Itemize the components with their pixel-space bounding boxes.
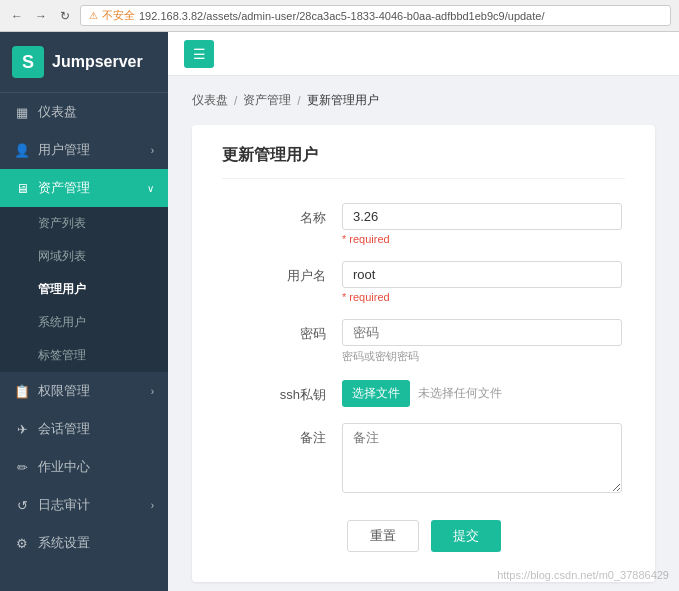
username-input[interactable] bbox=[342, 261, 622, 288]
reset-button[interactable]: 重置 bbox=[347, 520, 419, 552]
sidebar-item-label-management[interactable]: 标签管理 bbox=[0, 339, 168, 372]
url-text: 192.168.3.82/assets/admin-user/28ca3ac5-… bbox=[139, 10, 544, 22]
breadcrumb-asset-management[interactable]: 资产管理 bbox=[243, 92, 291, 109]
sidebar-item-label: 系统设置 bbox=[38, 534, 90, 552]
ssh-key-field: 选择文件 未选择任何文件 bbox=[342, 380, 625, 407]
session-icon: ✈ bbox=[14, 422, 30, 437]
page-content: 仪表盘 / 资产管理 / 更新管理用户 更新管理用户 名称 * required bbox=[168, 76, 679, 591]
sidebar-item-label: 权限管理 bbox=[38, 382, 90, 400]
password-label: 密码 bbox=[222, 319, 342, 343]
sidebar-item-label: 作业中心 bbox=[38, 458, 90, 476]
sidebar-item-user-management[interactable]: 👤 用户管理 › bbox=[0, 131, 168, 169]
password-field-row: 密码 密码或密钥密码 bbox=[222, 319, 625, 364]
username-required-hint: * required bbox=[342, 291, 625, 303]
name-label: 名称 bbox=[222, 203, 342, 227]
remarks-field-row: 备注 bbox=[222, 423, 625, 496]
lock-icon: ⚠ bbox=[89, 10, 98, 21]
form-title: 更新管理用户 bbox=[222, 145, 625, 179]
sidebar-item-label: 会话管理 bbox=[38, 420, 90, 438]
logo-symbol: S bbox=[22, 52, 34, 73]
logo-icon: S bbox=[12, 46, 44, 78]
breadcrumb: 仪表盘 / 资产管理 / 更新管理用户 bbox=[192, 92, 655, 109]
breadcrumb-sep-1: / bbox=[234, 94, 237, 108]
ssh-key-label: ssh私钥 bbox=[222, 380, 342, 404]
name-field-row: 名称 * required bbox=[222, 203, 625, 245]
main-content: ☰ 仪表盘 / 资产管理 / 更新管理用户 更新管理用户 名称 bbox=[168, 32, 679, 591]
chevron-right-icon: › bbox=[151, 386, 154, 397]
sidebar-item-label: 用户管理 bbox=[38, 141, 90, 159]
sidebar-sub-label: 系统用户 bbox=[38, 314, 86, 331]
topbar: ☰ bbox=[168, 32, 679, 76]
security-label: 不安全 bbox=[102, 8, 135, 23]
sidebar: S Jumpserver ▦ 仪表盘 👤 用户管理 › 🖥 资产管理 bbox=[0, 32, 168, 591]
forward-button[interactable]: → bbox=[32, 7, 50, 25]
name-field: * required bbox=[342, 203, 625, 245]
sidebar-logo: S Jumpserver bbox=[0, 32, 168, 93]
remarks-label: 备注 bbox=[222, 423, 342, 447]
sidebar-item-label: 资产管理 bbox=[38, 179, 90, 197]
form-actions: 重置 提交 bbox=[222, 520, 625, 552]
submit-button[interactable]: 提交 bbox=[431, 520, 501, 552]
choose-file-button[interactable]: 选择文件 bbox=[342, 380, 410, 407]
browser-bar: ← → ↻ ⚠ 不安全 192.168.3.82/assets/admin-us… bbox=[0, 0, 679, 32]
hamburger-icon: ☰ bbox=[193, 46, 206, 62]
sidebar-item-permission-management[interactable]: 📋 权限管理 › bbox=[0, 372, 168, 410]
sidebar-sub-label: 管理用户 bbox=[38, 281, 86, 298]
sidebar-item-session-management[interactable]: ✈ 会话管理 bbox=[0, 410, 168, 448]
settings-icon: ⚙ bbox=[14, 536, 30, 551]
sidebar-item-label: 仪表盘 bbox=[38, 103, 77, 121]
sidebar-item-asset-management[interactable]: 🖥 资产管理 ∨ bbox=[0, 169, 168, 207]
menu-toggle-button[interactable]: ☰ bbox=[184, 40, 214, 68]
permission-icon: 📋 bbox=[14, 384, 30, 399]
name-required-hint: * required bbox=[342, 233, 625, 245]
log-icon: ↺ bbox=[14, 498, 30, 513]
user-icon: 👤 bbox=[14, 143, 30, 158]
password-field: 密码或密钥密码 bbox=[342, 319, 625, 364]
chevron-down-icon: ∨ bbox=[147, 183, 154, 194]
chevron-right-icon: › bbox=[151, 145, 154, 156]
sidebar-sub-label: 资产列表 bbox=[38, 215, 86, 232]
file-row: 选择文件 未选择任何文件 bbox=[342, 380, 625, 407]
asset-management-submenu: 资产列表 网域列表 管理用户 系统用户 标签管理 bbox=[0, 207, 168, 372]
breadcrumb-current: 更新管理用户 bbox=[307, 92, 379, 109]
refresh-button[interactable]: ↻ bbox=[56, 7, 74, 25]
sidebar-item-job-center[interactable]: ✏ 作业中心 bbox=[0, 448, 168, 486]
sidebar-item-admin-user[interactable]: 管理用户 bbox=[0, 273, 168, 306]
sidebar-item-asset-list[interactable]: 资产列表 bbox=[0, 207, 168, 240]
file-name-text: 未选择任何文件 bbox=[418, 385, 502, 402]
sidebar-item-label: 日志审计 bbox=[38, 496, 90, 514]
url-bar[interactable]: ⚠ 不安全 192.168.3.82/assets/admin-user/28c… bbox=[80, 5, 671, 26]
password-hint: 密码或密钥密码 bbox=[342, 349, 625, 364]
logo-text: Jumpserver bbox=[52, 53, 143, 71]
remarks-field bbox=[342, 423, 625, 496]
breadcrumb-dashboard[interactable]: 仪表盘 bbox=[192, 92, 228, 109]
remarks-input[interactable] bbox=[342, 423, 622, 493]
sidebar-item-system-user[interactable]: 系统用户 bbox=[0, 306, 168, 339]
sidebar-item-network-list[interactable]: 网域列表 bbox=[0, 240, 168, 273]
asset-icon: 🖥 bbox=[14, 181, 30, 196]
back-button[interactable]: ← bbox=[8, 7, 26, 25]
username-field-row: 用户名 * required bbox=[222, 261, 625, 303]
sidebar-sub-label: 网域列表 bbox=[38, 248, 86, 265]
ssh-key-field-row: ssh私钥 选择文件 未选择任何文件 bbox=[222, 380, 625, 407]
name-input[interactable] bbox=[342, 203, 622, 230]
chevron-right-icon: › bbox=[151, 500, 154, 511]
breadcrumb-sep-2: / bbox=[297, 94, 300, 108]
username-label: 用户名 bbox=[222, 261, 342, 285]
sidebar-item-log-audit[interactable]: ↺ 日志审计 › bbox=[0, 486, 168, 524]
form-card: 更新管理用户 名称 * required 用户名 * required bbox=[192, 125, 655, 582]
sidebar-item-dashboard[interactable]: ▦ 仪表盘 bbox=[0, 93, 168, 131]
job-icon: ✏ bbox=[14, 460, 30, 475]
password-input[interactable] bbox=[342, 319, 622, 346]
sidebar-item-system-settings[interactable]: ⚙ 系统设置 bbox=[0, 524, 168, 562]
username-field: * required bbox=[342, 261, 625, 303]
dashboard-icon: ▦ bbox=[14, 105, 30, 120]
sidebar-sub-label: 标签管理 bbox=[38, 347, 86, 364]
